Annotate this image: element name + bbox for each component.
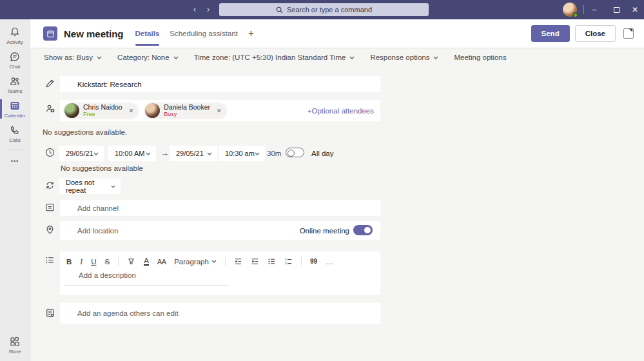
description-icon xyxy=(44,255,55,266)
attendees-field[interactable]: Chris Naidoo Free ✕ Daniela Booker Busy … xyxy=(60,100,380,121)
phone-icon xyxy=(9,124,21,136)
all-day-label: All day xyxy=(311,150,334,157)
close-window-button[interactable]: ✕ xyxy=(626,0,644,19)
sidebar-label: Calls xyxy=(9,137,21,143)
recurrence-select[interactable]: Does not repeat xyxy=(59,179,121,194)
font-size-button[interactable]: AA xyxy=(157,258,166,266)
channel-input[interactable]: Add channel xyxy=(60,200,380,216)
highlight-button[interactable] xyxy=(127,257,135,266)
maximize-button[interactable] xyxy=(607,0,625,19)
chevron-down-icon xyxy=(146,152,151,155)
app-sidebar: Activity Chat Teams Calender Calls ••• S… xyxy=(0,19,30,361)
close-button[interactable]: Close xyxy=(575,25,616,42)
attendee-avatar xyxy=(64,103,79,118)
chat-icon xyxy=(9,51,21,63)
location-input[interactable]: Add location Online meeting xyxy=(60,221,380,240)
user-avatar[interactable] xyxy=(563,3,577,17)
timezone-dropdown[interactable]: Time zone: (UTC +5:30) Indian Standard T… xyxy=(194,54,355,61)
online-meeting-label: Online meeting xyxy=(300,227,349,235)
sidebar-label: Activity xyxy=(6,39,23,45)
svg-text:2: 2 xyxy=(285,261,287,265)
sidebar-item-activity[interactable]: Activity xyxy=(0,23,30,48)
main-panel: New meeting Details Scheduling assistant… xyxy=(30,19,644,361)
quote-button[interactable]: 99 xyxy=(310,258,317,265)
add-tab-button[interactable]: + xyxy=(248,25,254,42)
sidebar-divider xyxy=(6,150,23,150)
nav-forward-icon[interactable]: › xyxy=(202,0,215,19)
chevron-down-icon xyxy=(207,152,212,155)
search-input[interactable]: Search or type a command xyxy=(219,3,429,16)
toolbar-divider xyxy=(118,257,119,266)
channel-placeholder: Add channel xyxy=(77,204,119,212)
chevron-down-icon xyxy=(173,56,179,59)
sidebar-item-store[interactable]: Store xyxy=(0,333,30,357)
italic-button[interactable]: I xyxy=(80,258,83,266)
attendee-status: Free xyxy=(83,111,122,117)
arrow-right-icon: → xyxy=(161,148,169,158)
remove-attendee-icon[interactable]: ✕ xyxy=(217,108,222,114)
meeting-options-link[interactable]: Meeting options xyxy=(454,54,506,61)
description-underline xyxy=(64,285,229,286)
send-button[interactable]: Send xyxy=(531,25,570,42)
no-suggestions-text-2: No suggestions available xyxy=(61,164,143,172)
chevron-down-icon xyxy=(433,56,438,59)
outdent-button[interactable] xyxy=(234,257,242,266)
duration-text: 30m xyxy=(267,150,281,157)
start-time-select[interactable]: 10:00 AM xyxy=(108,146,156,161)
more-formatting-button[interactable]: … xyxy=(326,258,333,266)
title-input[interactable]: Kickstart: Research xyxy=(60,76,380,92)
numbered-list-button[interactable]: 12 xyxy=(284,257,293,266)
end-time-select[interactable]: 10:30 am xyxy=(219,146,265,161)
online-meeting-toggle[interactable] xyxy=(353,225,373,235)
tab-scheduling-assistant[interactable]: Scheduling assistant xyxy=(170,27,237,40)
repeat-icon xyxy=(44,180,55,191)
category-dropdown[interactable]: Category: None xyxy=(117,54,179,61)
strikethrough-button[interactable]: S xyxy=(104,258,110,266)
start-date-select[interactable]: 29/05/21 xyxy=(59,146,104,161)
response-options-dropdown[interactable]: Response options xyxy=(370,54,438,61)
nav-back-icon[interactable]: ‹ xyxy=(188,0,201,19)
optional-attendees-button[interactable]: +Optional attendees xyxy=(307,107,374,115)
people-icon xyxy=(9,75,21,87)
store-icon xyxy=(9,336,21,347)
sidebar-item-chat[interactable]: Chat xyxy=(0,48,30,72)
maximize-icon xyxy=(614,7,620,13)
paragraph-dropdown[interactable]: Paragraph xyxy=(174,258,217,266)
sidebar-more-button[interactable]: ••• xyxy=(11,154,19,168)
end-date-select[interactable]: 29/05/21 xyxy=(170,146,217,161)
popout-icon[interactable] xyxy=(623,28,634,39)
bold-button[interactable]: B xyxy=(66,258,72,266)
title-value: Kickstart: Research xyxy=(77,81,142,88)
chevron-down-icon xyxy=(93,152,99,155)
remove-attendee-icon[interactable]: ✕ xyxy=(129,108,134,114)
sidebar-label: Chat xyxy=(10,64,21,70)
agenda-icon xyxy=(44,307,55,318)
presence-dot xyxy=(572,12,578,18)
meeting-calendar-icon xyxy=(43,26,57,41)
attendee-name: Chris Naidoo xyxy=(83,104,122,111)
bulleted-list-button[interactable] xyxy=(268,257,276,266)
attendee-chip: Chris Naidoo Free ✕ xyxy=(63,102,139,119)
show-as-dropdown[interactable]: Show as: Busy xyxy=(44,54,102,61)
chevron-down-icon xyxy=(111,185,115,188)
font-color-button[interactable]: A xyxy=(144,257,149,266)
agenda-input[interactable]: Add an agenda others can edit xyxy=(60,303,380,324)
search-icon xyxy=(276,6,283,14)
no-suggestions-text: No suggestions available. xyxy=(43,128,127,136)
sidebar-item-teams[interactable]: Teams xyxy=(0,72,30,97)
underline-button[interactable]: U xyxy=(91,258,96,266)
clock-icon xyxy=(44,147,55,158)
all-day-toggle[interactable] xyxy=(286,148,304,157)
tab-details[interactable]: Details xyxy=(135,27,160,40)
indent-button[interactable] xyxy=(251,257,259,266)
sidebar-label: Store xyxy=(8,349,21,355)
attendee-avatar xyxy=(145,103,160,118)
titlebar-divider xyxy=(583,5,584,14)
minimize-button[interactable]: – xyxy=(585,0,603,19)
description-editor[interactable]: B I U S A AA Paragraph xyxy=(60,251,380,295)
sidebar-item-calendar[interactable]: Calender xyxy=(0,97,30,121)
add-attendee-icon xyxy=(44,103,55,114)
sidebar-item-calls[interactable]: Calls xyxy=(0,121,30,146)
attendee-name: Daniela Booker xyxy=(164,104,210,111)
pencil-icon xyxy=(44,78,55,89)
